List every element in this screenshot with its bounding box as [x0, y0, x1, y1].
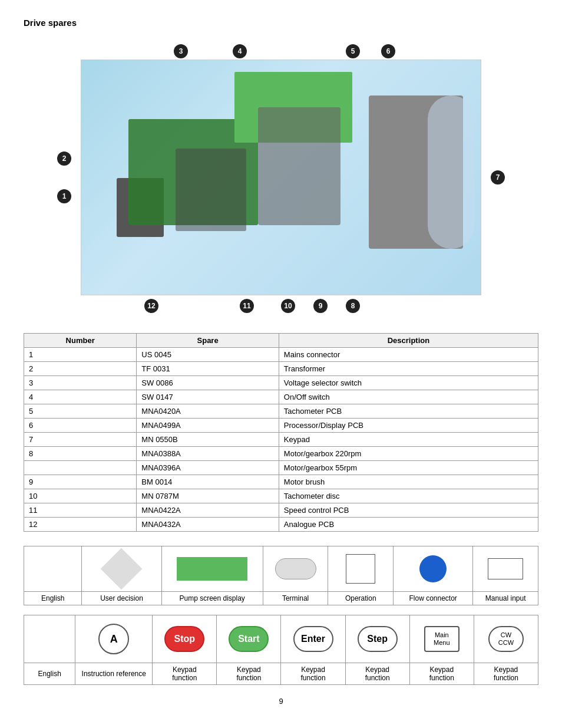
step-button-shape: Step: [358, 626, 398, 652]
table-row: 5 MNA0420A Tachometer PCB: [24, 404, 538, 419]
table-row: 12 MNA0432A Analogue PCB: [24, 518, 538, 532]
rounded-rect-shape: [275, 558, 316, 579]
table-row: 11 MNA0422A Speed control PCB: [24, 503, 538, 518]
callout-2: 2: [57, 151, 71, 166]
small-rect-shape: [488, 558, 523, 579]
btn-label-instruction-ref: Instruction reference: [75, 663, 153, 685]
parts-table: Number Spare Description 1 US 0045 Mains…: [24, 333, 538, 532]
cw-ccw-button-shape: CWCCW: [488, 626, 524, 652]
col-description: Description: [279, 334, 538, 348]
diagram-area: 3 4 5 6 2 1: [45, 34, 517, 321]
label-manual-input: Manual input: [473, 592, 538, 605]
symbol-green-rect-cell: [161, 546, 263, 592]
col-number: Number: [24, 334, 137, 348]
page-title: Drive spares: [24, 18, 538, 28]
start-button-shape: Start: [229, 626, 269, 652]
symbol-diamond-cell: [82, 546, 161, 592]
enter-button-shape: Enter: [293, 626, 333, 652]
button-table: A Stop Start Enter: [24, 615, 538, 685]
btn-label-cw-ccw: Keypadfunction: [474, 663, 538, 685]
square-shape: [346, 554, 375, 584]
symbol-operation-cell: [328, 546, 394, 592]
table-row: 10 MN 0787M Tachometer disc: [24, 489, 538, 503]
btn-instruction-ref-cell: A: [75, 615, 153, 663]
btn-start-cell: Start: [217, 615, 281, 663]
symbol-terminal-cell: [263, 546, 328, 592]
callout-12: 12: [144, 299, 158, 313]
table-row: 6 MNA0499A Processor/Display PCB: [24, 419, 538, 433]
callout-7: 7: [491, 170, 517, 185]
callout-9: 9: [313, 299, 328, 313]
table-row: 7 MN 0550B Keypad: [24, 433, 538, 447]
callout-11: 11: [240, 299, 254, 313]
btn-empty-cell: [24, 615, 75, 663]
callout-6: 6: [381, 44, 395, 58]
btn-enter-cell: Enter: [281, 615, 345, 663]
page-number: 9: [24, 697, 538, 706]
btn-step-cell: Step: [345, 615, 409, 663]
symbol-table: English User decision Pump screen displa…: [24, 546, 538, 605]
col-spare: Spare: [137, 334, 279, 348]
table-row: 3 SW 0086 Voltage selector switch: [24, 376, 538, 390]
table-row: 8 MNA0388A Motor/gearbox 220rpm: [24, 447, 538, 461]
table-row: 9 BM 0014 Motor brush: [24, 475, 538, 489]
callout-5: 5: [346, 44, 360, 58]
symbol-manual-cell: [473, 546, 538, 592]
stop-button-shape: Stop: [164, 626, 204, 652]
main-menu-button-shape: MainMenu: [424, 626, 459, 652]
table-row: 4 SW 0147 On/Off switch: [24, 390, 538, 404]
callout-4: 4: [233, 44, 247, 58]
label-pump-screen: Pump screen display: [161, 592, 263, 605]
btn-label-start: Keypadfunction: [217, 663, 281, 685]
table-row: MNA0396A Motor/gearbox 55rpm: [24, 461, 538, 475]
callout-10: 10: [281, 299, 295, 313]
machine-image: [81, 60, 481, 295]
circle-outline-shape: A: [98, 624, 129, 654]
btn-label-stop: Keypadfunction: [153, 663, 217, 685]
green-rect-shape: [177, 557, 247, 581]
label-english-1: English: [24, 592, 82, 605]
label-flow-connector: Flow connector: [394, 592, 473, 605]
btn-cw-ccw-cell: CWCCW: [474, 615, 538, 663]
symbol-empty-cell: [24, 546, 82, 592]
label-operation: Operation: [328, 592, 394, 605]
btn-label-enter: Keypadfunction: [281, 663, 345, 685]
callout-1: 1: [57, 189, 71, 203]
label-user-decision: User decision: [82, 592, 161, 605]
callout-3: 3: [174, 44, 188, 58]
label-terminal: Terminal: [263, 592, 328, 605]
btn-label-main-menu: Keypadfunction: [409, 663, 474, 685]
btn-main-menu-cell: MainMenu: [409, 615, 474, 663]
table-row: 1 US 0045 Mains connector: [24, 348, 538, 362]
circle-blue-shape: [419, 555, 447, 582]
btn-label-step: Keypadfunction: [345, 663, 409, 685]
btn-label-english: English: [24, 663, 75, 685]
diamond-shape: [101, 548, 143, 590]
table-row: 2 TF 0031 Transformer: [24, 362, 538, 376]
callout-8: 8: [346, 299, 360, 313]
symbol-flow-cell: [394, 546, 473, 592]
btn-stop-cell: Stop: [153, 615, 217, 663]
